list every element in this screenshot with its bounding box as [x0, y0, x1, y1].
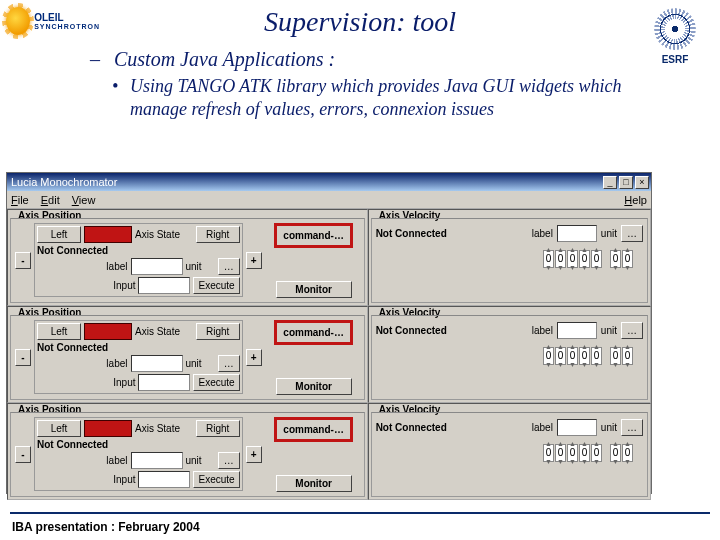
not-connected-label: Not Connected [37, 342, 108, 353]
digit[interactable]: 0 [591, 347, 602, 365]
logo-left-text: OLEIL SYNCHROTRON [34, 13, 100, 30]
digit[interactable]: 0 [567, 347, 578, 365]
unit-text: unit [186, 358, 202, 369]
digit[interactable]: 0 [610, 250, 621, 268]
minus-button[interactable]: - [15, 252, 31, 269]
digit[interactable]: 0 [543, 250, 554, 268]
bullet-level1: Custom Java Applications : [90, 48, 680, 71]
digit[interactable]: 0 [610, 444, 621, 462]
label-input[interactable] [131, 258, 183, 275]
digit[interactable]: 0 [622, 444, 633, 462]
command-button[interactable]: command-… [274, 320, 353, 345]
vel-unit: unit [601, 228, 617, 239]
digit[interactable]: 0 [622, 347, 633, 365]
divider-line [10, 512, 710, 514]
window-title: Lucia Monochromator [11, 176, 117, 188]
minimize-button[interactable]: _ [603, 176, 617, 189]
digit[interactable]: 0 [567, 250, 578, 268]
digit[interactable]: 0 [610, 347, 621, 365]
axis-velocity-panel: Axis Velocity Not Connected label unit …… [368, 209, 651, 306]
left-button[interactable]: Left [37, 420, 81, 437]
digit[interactable]: 0 [579, 444, 590, 462]
monitor-button[interactable]: Monitor [276, 475, 352, 492]
digit[interactable]: 0 [567, 444, 578, 462]
vel-label-input[interactable] [557, 322, 597, 339]
label-text: label [106, 261, 127, 272]
label-input[interactable] [131, 355, 183, 372]
menu-file[interactable]: File [11, 194, 29, 206]
bullet-level2: Using TANGO ATK library which provides J… [90, 75, 680, 120]
axis-state-label: Axis State [135, 326, 180, 337]
input-text: Input [113, 280, 135, 291]
right-button[interactable]: Right [196, 420, 240, 437]
digit[interactable]: 0 [543, 444, 554, 462]
minus-button[interactable]: - [15, 349, 31, 366]
not-connected-label: Not Connected [37, 439, 108, 450]
dots-button[interactable]: … [218, 258, 240, 275]
command-button[interactable]: command-… [274, 417, 353, 442]
label-text: label [106, 358, 127, 369]
right-button[interactable]: Right [196, 323, 240, 340]
input-field[interactable] [138, 277, 190, 294]
digit[interactable]: 0 [543, 347, 554, 365]
execute-button[interactable]: Execute [193, 277, 239, 294]
digit[interactable]: 0 [622, 250, 633, 268]
dots-button[interactable]: … [218, 355, 240, 372]
minus-button[interactable]: - [15, 446, 31, 463]
vel-label: label [532, 228, 553, 239]
menu-edit[interactable]: Edit [41, 194, 60, 206]
digit[interactable]: 0 [579, 347, 590, 365]
app-window: Lucia Monochromator _ □ × File Edit View… [6, 172, 652, 494]
digit[interactable]: 0 [591, 250, 602, 268]
titlebar[interactable]: Lucia Monochromator _ □ × [7, 173, 651, 191]
monitor-button[interactable]: Monitor [276, 281, 352, 298]
unit-text: unit [186, 261, 202, 272]
plus-button[interactable]: + [246, 252, 262, 269]
menu-help[interactable]: Help [624, 194, 647, 206]
vel-dots-button[interactable]: … [621, 322, 643, 339]
digit-spinner[interactable]: 0 0 0 0 0 0 0 [376, 444, 633, 462]
vel-not-connected: Not Connected [376, 228, 447, 239]
footer-text: IBA presentation : February 2004 [12, 520, 200, 534]
menubar: File Edit View Help [7, 191, 651, 209]
input-field[interactable] [138, 471, 190, 488]
execute-button[interactable]: Execute [193, 471, 239, 488]
digit[interactable]: 0 [591, 444, 602, 462]
vel-not-connected: Not Connected [376, 422, 447, 433]
digit-spinner[interactable]: 0 0 0 0 0 0 0 [376, 347, 633, 365]
command-button[interactable]: command-… [274, 223, 353, 248]
digit[interactable]: 0 [555, 250, 566, 268]
axis-state-indicator [84, 323, 132, 340]
input-text: Input [113, 474, 135, 485]
input-field[interactable] [138, 374, 190, 391]
left-button[interactable]: Left [37, 226, 81, 243]
execute-button[interactable]: Execute [193, 374, 239, 391]
vel-label: label [532, 325, 553, 336]
label-text: label [106, 455, 127, 466]
vel-dots-button[interactable]: … [621, 419, 643, 436]
vel-label-input[interactable] [557, 225, 597, 242]
digit[interactable]: 0 [579, 250, 590, 268]
digit[interactable]: 0 [555, 347, 566, 365]
close-button[interactable]: × [635, 176, 649, 189]
vel-label-input[interactable] [557, 419, 597, 436]
digit[interactable]: 0 [555, 444, 566, 462]
logo-soleil: OLEIL SYNCHROTRON [6, 4, 100, 38]
label-input[interactable] [131, 452, 183, 469]
axis-velocity-panel: Axis Velocity Not Connected label unit …… [368, 403, 651, 500]
vel-dots-button[interactable]: … [621, 225, 643, 242]
right-button[interactable]: Right [196, 226, 240, 243]
axis-velocity-panel: Axis Velocity Not Connected label unit …… [368, 306, 651, 403]
maximize-button[interactable]: □ [619, 176, 633, 189]
menu-view[interactable]: View [72, 194, 96, 206]
input-text: Input [113, 377, 135, 388]
left-button[interactable]: Left [37, 323, 81, 340]
dots-button[interactable]: … [218, 452, 240, 469]
plus-button[interactable]: + [246, 349, 262, 366]
plus-button[interactable]: + [246, 446, 262, 463]
vel-unit: unit [601, 325, 617, 336]
digit-spinner[interactable]: 0 0 0 0 0 0 0 [376, 250, 633, 268]
monitor-button[interactable]: Monitor [276, 378, 352, 395]
esrf-ring-icon [652, 6, 698, 52]
sun-icon [6, 7, 30, 35]
